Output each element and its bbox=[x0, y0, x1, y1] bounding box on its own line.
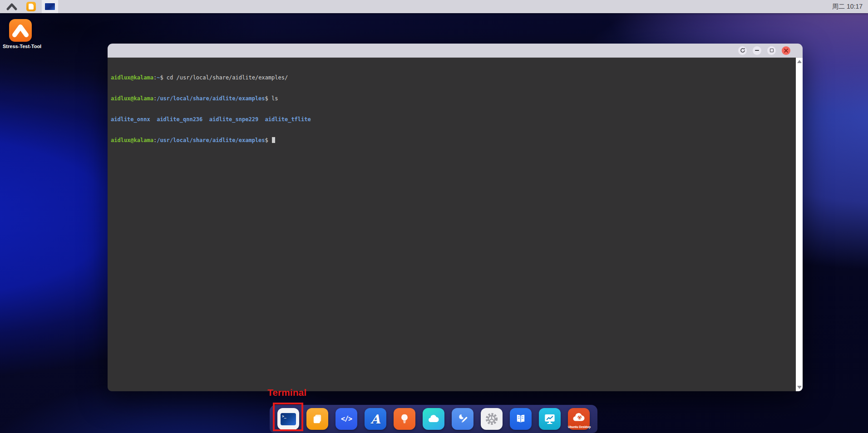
aidlux-menu-icon[interactable] bbox=[4, 0, 20, 13]
shortcut-label: Stress-Test-Tool bbox=[3, 44, 38, 49]
prompt-path: /usr/local/share/aidlite/examples bbox=[157, 137, 265, 143]
top-bar: 周二 10:17 bbox=[0, 0, 868, 13]
open-book-icon bbox=[514, 413, 527, 425]
maximize-icon bbox=[770, 49, 774, 52]
scroll-down-icon[interactable] bbox=[797, 386, 802, 389]
terminal-line: aidlux@kalama:~$ cd /usr/local/share/aid… bbox=[111, 74, 793, 81]
terminal-window-icon bbox=[44, 3, 55, 10]
desktop-shortcut-stress-test-tool[interactable]: Stress-Test-Tool bbox=[3, 19, 38, 49]
terminal-output[interactable]: aidlux@kalama:~$ cd /usr/local/share/aid… bbox=[108, 58, 803, 391]
files-taskbar-icon[interactable] bbox=[23, 0, 39, 13]
folder-icon bbox=[311, 413, 324, 425]
gear-icon bbox=[484, 412, 499, 426]
terminal-cursor bbox=[272, 137, 275, 143]
dock-code-editor-icon[interactable]: </> bbox=[335, 408, 357, 430]
prompt-dollar: $ bbox=[160, 74, 166, 81]
prompt-user-host: aidlux@kalama bbox=[111, 95, 153, 102]
ubuntu-cloud-icon bbox=[571, 410, 587, 424]
scrollbar[interactable] bbox=[796, 58, 803, 391]
dir-entry: aidlite_snpe229 bbox=[209, 116, 258, 123]
close-icon bbox=[784, 49, 788, 53]
terminal-line-prompt: aidlux@kalama:/usr/local/share/aidlite/e… bbox=[111, 137, 793, 144]
spacer bbox=[202, 116, 209, 123]
scroll-up-icon[interactable] bbox=[797, 60, 802, 63]
dock-lightbulb-icon[interactable] bbox=[394, 408, 415, 430]
terminal-line-ls-output: aidlite_onnx aidlite_qnn236 aidlite_snpe… bbox=[111, 116, 793, 123]
dock-files-icon[interactable] bbox=[306, 408, 328, 430]
prompt-dollar: $ bbox=[265, 137, 271, 143]
dir-entry: aidlite_qnn236 bbox=[157, 116, 202, 123]
aidlux-molecule-icon bbox=[11, 23, 30, 38]
dir-entry: aidlite_onnx bbox=[111, 116, 150, 123]
terminal-window: aidlux@kalama:~$ cd /usr/local/share/aid… bbox=[108, 44, 803, 391]
window-titlebar[interactable] bbox=[108, 44, 803, 58]
spacer bbox=[150, 116, 157, 123]
dock-cloud-icon[interactable] bbox=[423, 408, 444, 430]
cloud-icon bbox=[427, 412, 440, 426]
wrench-pencil-icon bbox=[456, 413, 469, 425]
code-brackets-icon: </> bbox=[341, 415, 352, 423]
reload-button[interactable] bbox=[738, 46, 747, 55]
command-text: ls bbox=[271, 95, 278, 102]
terminal-text: aidlux@kalama:~$ cd /usr/local/share/aid… bbox=[111, 60, 793, 158]
aidlux-logo-icon bbox=[5, 2, 18, 11]
annotation-terminal-label: Terminal bbox=[267, 387, 306, 398]
terminal-line: aidlux@kalama:/usr/local/share/aidlite/e… bbox=[111, 95, 793, 102]
dock: >_ </> A bbox=[270, 405, 597, 433]
reload-icon bbox=[740, 48, 745, 53]
terminal-taskbar-icon[interactable] bbox=[42, 0, 58, 13]
file-icon bbox=[26, 2, 36, 11]
dock-docs-icon[interactable] bbox=[510, 408, 532, 430]
stress-test-tool-icon bbox=[9, 19, 32, 42]
command-text: cd /usr/local/share/aidlite/examples/ bbox=[167, 74, 288, 81]
dock-settings-icon[interactable] bbox=[481, 408, 503, 430]
prompt-user-host: aidlux@kalama bbox=[111, 137, 153, 143]
close-button[interactable] bbox=[782, 46, 790, 55]
top-bar-apps bbox=[0, 0, 58, 13]
dir-entry: aidlite_tflite bbox=[265, 116, 311, 123]
minimize-icon bbox=[755, 50, 759, 51]
desktop: { "colors": { "topbar": "#d5d4dc", "titl… bbox=[0, 0, 868, 433]
prompt-dollar: $ bbox=[265, 95, 271, 102]
clock: 周二 10:17 bbox=[832, 3, 868, 11]
maximize-button[interactable] bbox=[767, 46, 776, 55]
prompt-path: /usr/local/share/aidlite/examples bbox=[157, 95, 265, 102]
minimize-button[interactable] bbox=[753, 46, 761, 55]
spacer bbox=[258, 116, 265, 123]
dock-tools-icon[interactable] bbox=[452, 408, 473, 430]
ubuntu-desktop-label: Ubuntu Desktop bbox=[568, 425, 590, 428]
dock-system-monitor-icon[interactable] bbox=[539, 408, 561, 430]
monitor-chart-icon bbox=[543, 412, 557, 426]
dock-aidlux-app-icon[interactable]: A bbox=[365, 408, 386, 430]
prompt-user-host: aidlux@kalama bbox=[111, 74, 153, 81]
dock-ubuntu-desktop-icon[interactable]: Ubuntu Desktop bbox=[568, 408, 590, 430]
aidlux-a-icon: A bbox=[371, 413, 380, 425]
lightbulb-icon bbox=[399, 413, 410, 425]
annotation-highlight-box bbox=[273, 403, 303, 431]
